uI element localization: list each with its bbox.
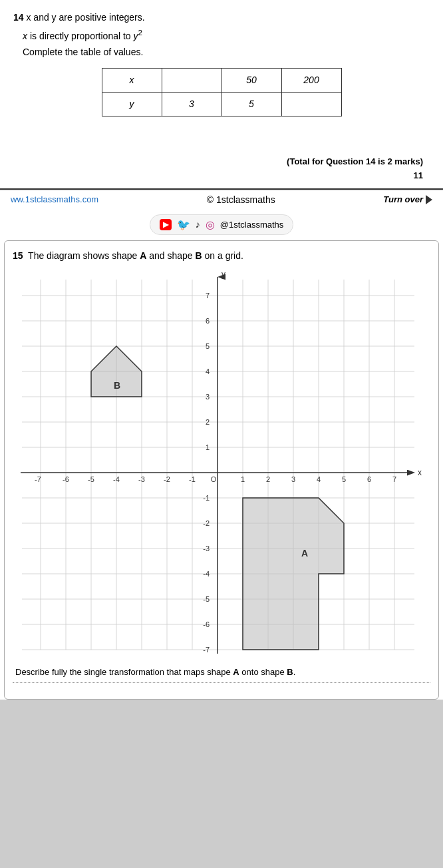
- tick-x-4: 4: [317, 475, 321, 483]
- tick-y-neg6: -6: [203, 620, 210, 628]
- youtube-icon: ▶: [160, 219, 172, 230]
- tick-x-neg1: -1: [189, 475, 196, 483]
- grid-container: .grid-line { stroke: #ccc; stroke-width:…: [13, 270, 430, 656]
- cell-y-3: 3: [162, 92, 222, 116]
- tick-y-neg5: -5: [203, 595, 210, 603]
- social-pill: ▶ 🐦 ♪ ◎ @1stclassmaths: [150, 214, 294, 235]
- footer-brand-text: © 1stclassmaths: [207, 194, 275, 205]
- tick-y-6: 6: [206, 317, 210, 325]
- shape-a-polygon: [243, 498, 344, 650]
- tick-y-neg3: -3: [203, 544, 210, 552]
- tick-y-7: 7: [206, 292, 210, 300]
- cell-x-blank: [162, 68, 222, 92]
- tick-y-neg2: -2: [203, 519, 210, 527]
- tick-y-neg7: -7: [203, 646, 210, 654]
- page-number: 11: [414, 170, 423, 180]
- twitter-icon: 🐦: [177, 218, 190, 231]
- values-table: x 50 200 y 3 5: [102, 68, 342, 116]
- q14-statement2: x is directly proportional to y2: [23, 31, 142, 41]
- q14-header: 14 x and y are positive integers.: [13, 12, 430, 23]
- page: 14 x and y are positive integers. x is d…: [0, 0, 443, 700]
- tick-y-2: 2: [206, 418, 210, 426]
- tick-y-5: 5: [206, 342, 210, 350]
- tick-x-neg5: -5: [88, 475, 94, 483]
- table-row-x: x 50 200: [102, 68, 341, 92]
- tick-y-1: 1: [206, 443, 210, 451]
- q14-statement3: Complete the table of values.: [23, 47, 143, 57]
- tick-x-5: 5: [342, 475, 346, 483]
- shape-b-label: B: [114, 380, 120, 391]
- q15-header: 15 The diagram shows shape A and shape B…: [13, 250, 430, 261]
- q14-statement1: x and y are positive integers.: [26, 12, 144, 23]
- shape-a-label: A: [301, 548, 308, 558]
- footer-link-text: ww.1stclassmaths.com: [11, 194, 98, 204]
- cell-y-5: 5: [222, 92, 281, 116]
- total-marks-text: (Total for Question 14 is 2 marks): [287, 156, 423, 166]
- tick-x-neg3: -3: [138, 475, 145, 483]
- q15-statement: The diagram shows shape A and shape B on…: [28, 250, 243, 261]
- tick-x-1: 1: [241, 475, 245, 483]
- table-row-y: y 3 5: [102, 92, 341, 116]
- q14-number: 14: [13, 12, 24, 23]
- tick-x-7: 7: [392, 475, 396, 483]
- y-axis-label: y: [222, 270, 225, 279]
- tiktok-icon: ♪: [196, 219, 200, 230]
- social-bar: ▶ 🐦 ♪ ◎ @1stclassmaths: [0, 209, 443, 240]
- footer-strip: ww.1stclassmaths.com © 1stclassmaths Tur…: [0, 190, 443, 209]
- turn-over-text: Turn over: [383, 194, 423, 204]
- tick-x-neg2: -2: [164, 475, 170, 483]
- tick-y-neg1: -1: [203, 494, 210, 502]
- cell-x-label: x: [102, 68, 162, 92]
- q14-section: 14 x and y are positive integers. x is d…: [0, 0, 443, 190]
- x-axis-label: x: [418, 468, 422, 477]
- cell-x-200: 200: [281, 68, 341, 92]
- tick-x-neg7: -7: [35, 475, 41, 483]
- describe-line: Describe fully the single transformation…: [13, 667, 430, 677]
- q15-number: 15: [13, 250, 23, 261]
- footer-link[interactable]: ww.1stclassmaths.com: [11, 194, 98, 204]
- footer-brand: © 1stclassmaths: [207, 194, 275, 205]
- coordinate-grid-svg: .grid-line { stroke: #ccc; stroke-width:…: [15, 270, 428, 656]
- tick-y-4: 4: [206, 367, 210, 375]
- tick-y-3: 3: [206, 393, 210, 401]
- turn-over: Turn over: [383, 194, 432, 204]
- tick-y-neg4: -4: [203, 570, 210, 578]
- cell-y-blank: [281, 92, 341, 116]
- instagram-icon: ◎: [206, 218, 215, 231]
- tick-x-neg6: -6: [63, 475, 69, 483]
- describe-text: Describe fully the single transformation…: [15, 667, 295, 677]
- cell-x-50: 50: [222, 68, 281, 92]
- cell-y-label: y: [102, 92, 162, 116]
- table-wrapper: x 50 200 y 3 5: [13, 68, 430, 116]
- q15-section: 15 The diagram shows shape A and shape B…: [4, 240, 439, 700]
- tick-x-6: 6: [367, 475, 371, 483]
- q14-prop: x is directly proportional to y2: [23, 28, 430, 41]
- social-handle: @1stclassmaths: [220, 220, 284, 230]
- q14-complete: Complete the table of values.: [23, 47, 430, 57]
- tick-x-3: 3: [291, 475, 295, 483]
- tick-x-neg4: -4: [113, 475, 120, 483]
- tick-origin: O: [211, 475, 217, 483]
- page-number-row: 11: [13, 170, 430, 180]
- total-marks: (Total for Question 14 is 2 marks): [13, 156, 430, 166]
- tick-x-2: 2: [266, 475, 270, 483]
- turn-over-arrow-icon: [426, 195, 432, 204]
